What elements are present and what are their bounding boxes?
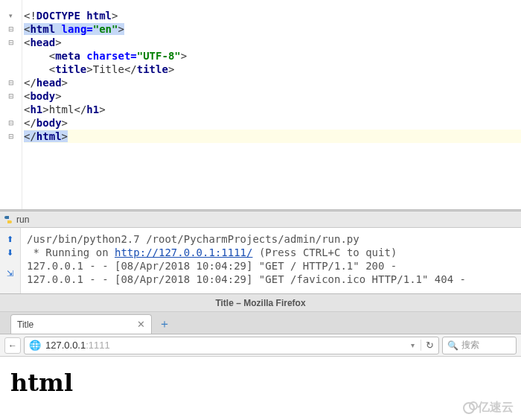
close-icon[interactable]: ✕ — [137, 319, 145, 330]
globe-icon: 🌐 — [29, 340, 41, 351]
console-toolbar: ⬆ ⬇ ⇲ — [0, 228, 21, 293]
html-open-tag: html — [30, 23, 55, 35]
doctype-keyword: DOCTYPE — [36, 10, 80, 22]
tab-title: Title — [17, 319, 33, 330]
search-icon: 🔍 — [447, 340, 458, 351]
console-line: * Running on http://127.0.0.1:1111/ (Pre… — [27, 246, 397, 258]
title-close-tag: title — [137, 63, 168, 75]
html-close-tag: html — [36, 130, 62, 142]
body-close-tag: body — [36, 117, 62, 129]
server-url-link[interactable]: http://127.0.0.1:1111/ — [115, 246, 252, 258]
search-input[interactable]: 🔍 搜索 — [442, 337, 517, 354]
editor-gutter: ▾ ⊟ ⊟ ⊟ ⊟ ⊟ ⊟ — [0, 0, 22, 209]
watermark-text: 亿速云 — [478, 400, 514, 416]
search-placeholder: 搜索 — [461, 339, 479, 351]
browser-titlebar[interactable]: Title – Mozilla Firefox — [0, 294, 521, 312]
arrow-left-icon: ← — [8, 340, 17, 351]
body-open-tag: body — [30, 90, 55, 102]
title-open-tag: title — [55, 63, 86, 75]
browser-viewport[interactable]: html — [0, 357, 521, 409]
lang-val: "en" — [93, 23, 118, 35]
browser-tabstrip: Title ✕ ＋ — [0, 312, 521, 334]
fold-marker[interactable]: ⊟ — [0, 130, 22, 143]
url-port: :1111 — [86, 340, 110, 351]
charset-attr: charset= — [86, 50, 136, 62]
head-close-tag: head — [36, 77, 62, 89]
python-icon — [3, 214, 13, 225]
page-heading: html — [10, 369, 511, 397]
fold-marker[interactable]: ▾ — [0, 9, 22, 22]
console-line: 127.0.0.1 - - [08/Apr/2018 10:04:29] "GE… — [27, 260, 397, 272]
watermark-icon — [463, 402, 475, 414]
console-line: /usr/bin/python2.7 /root/PycharmProjects… — [27, 233, 359, 245]
browser-title-text: Title – Mozilla Firefox — [215, 298, 305, 308]
watermark: 亿速云 — [463, 400, 514, 416]
url-host: 127.0.0.1 — [45, 340, 86, 351]
browser-tab[interactable]: Title ✕ — [10, 314, 152, 334]
chevron-down-icon[interactable]: ▾ — [408, 341, 418, 349]
fold-marker[interactable]: ⊟ — [0, 89, 22, 103]
fold-marker[interactable]: ⊟ — [0, 76, 22, 89]
plus-icon: ＋ — [159, 316, 170, 332]
h1-text: html — [49, 104, 74, 115]
new-tab-button[interactable]: ＋ — [156, 316, 173, 332]
run-label: run — [16, 214, 29, 225]
soft-wrap-button[interactable]: ⇲ — [0, 267, 20, 280]
console-output[interactable]: /usr/bin/python2.7 /root/PycharmProjects… — [21, 228, 521, 293]
scroll-up-button[interactable]: ⬆ — [0, 232, 20, 246]
console-panel: ⬆ ⬇ ⇲ /usr/bin/python2.7 /root/PycharmPr… — [0, 228, 521, 293]
fold-marker[interactable]: ⊟ — [0, 116, 22, 130]
doctype-html: html — [86, 10, 112, 22]
back-button[interactable]: ← — [4, 337, 21, 354]
run-tool-header[interactable]: run — [0, 211, 521, 228]
fold-marker[interactable]: ⊟ — [0, 36, 22, 49]
meta-tag: meta — [55, 50, 80, 62]
h1-open-tag: h1 — [30, 104, 42, 115]
lang-attr: lang= — [62, 23, 93, 35]
console-line: 127.0.0.1 - - [08/Apr/2018 10:04:29] "GE… — [27, 273, 466, 285]
h1-close-tag: h1 — [86, 104, 99, 115]
scroll-down-button[interactable]: ⬇ — [0, 246, 20, 259]
reload-icon[interactable]: ↻ — [421, 340, 434, 351]
fold-marker[interactable]: ⊟ — [0, 22, 22, 36]
charset-val: "UTF-8" — [137, 50, 181, 62]
browser-navbar: ← 🌐 127.0.0.1:1111 ▾ ↻ 🔍 搜索 — [0, 334, 521, 357]
url-bar[interactable]: 🌐 127.0.0.1:1111 ▾ ↻ — [24, 337, 439, 354]
title-text: Title — [93, 63, 124, 75]
code-editor[interactable]: ▾ ⊟ ⊟ ⊟ ⊟ ⊟ ⊟ <!DOCTYPE html> <html lang… — [0, 0, 521, 209]
code-area[interactable]: <!DOCTYPE html> <html lang="en"> <head> … — [22, 0, 521, 209]
head-open-tag: head — [30, 36, 55, 48]
browser-window: Title – Mozilla Firefox Title ✕ ＋ ← 🌐 12… — [0, 293, 521, 420]
